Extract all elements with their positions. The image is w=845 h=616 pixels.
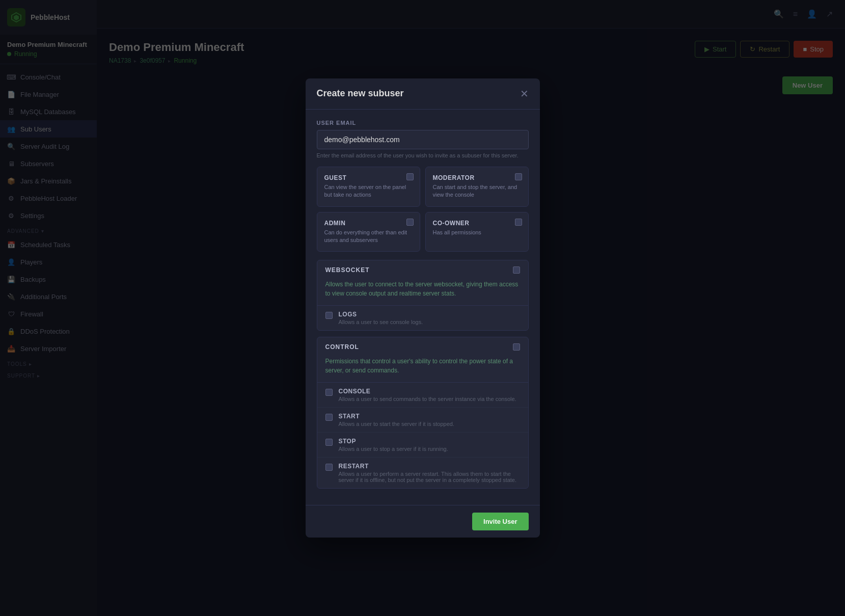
- role-desc-guest: Can view the server on the panel but tak…: [324, 183, 413, 199]
- role-checkbox-admin[interactable]: [406, 219, 414, 226]
- perm-item-stop: STOP Allows a user to stop a server if i…: [317, 432, 528, 457]
- role-name-admin: ADMIN: [324, 220, 413, 227]
- perm-item-console: CONSOLE Allows a user to send commands t…: [317, 383, 528, 407]
- perm-desc-start: Allows a user to start the server if it …: [339, 421, 520, 427]
- role-card-guest[interactable]: GUEST Can view the server on the panel b…: [317, 167, 420, 207]
- perm-info-start: START Allows a user to start the server …: [339, 413, 520, 427]
- perm-item-restart: RESTART Allows a user to perform a serve…: [317, 457, 528, 488]
- role-name-co-owner: CO-OWNER: [433, 220, 521, 227]
- control-section-header: CONTROL: [317, 337, 528, 357]
- role-checkbox-co-owner[interactable]: [515, 219, 522, 226]
- role-card-admin[interactable]: ADMIN Can do everything other than edit …: [317, 212, 420, 252]
- invite-user-button[interactable]: Invite User: [472, 513, 528, 530]
- websocket-section-checkbox[interactable]: [513, 266, 520, 274]
- perm-desc-stop: Allows a user to stop a server if it is …: [339, 446, 520, 452]
- modal-title: Create new subuser: [317, 88, 404, 99]
- perm-checkbox-console[interactable]: [325, 389, 333, 396]
- perm-checkbox-logs[interactable]: [325, 312, 333, 319]
- perm-info-restart: RESTART Allows a user to perform a serve…: [339, 463, 520, 483]
- create-subuser-modal: Create new subuser ✕ USER EMAIL Enter th…: [306, 78, 540, 538]
- role-desc-moderator: Can start and stop the server, and view …: [433, 183, 521, 199]
- websocket-section-name: WEBSOCKET: [325, 266, 370, 274]
- websocket-section: WEBSOCKET Allows the user to connect to …: [317, 260, 529, 331]
- role-checkbox-guest[interactable]: [406, 173, 414, 180]
- role-card-moderator[interactable]: MODERATOR Can start and stop the server,…: [425, 167, 529, 207]
- role-grid: GUEST Can view the server on the panel b…: [317, 167, 529, 252]
- control-section-checkbox[interactable]: [513, 343, 520, 351]
- perm-item-logs: LOGS Allows a user to see console logs.: [317, 306, 528, 330]
- perm-name-console: CONSOLE: [339, 388, 520, 395]
- websocket-section-header: WEBSOCKET: [317, 260, 528, 280]
- email-hint: Enter the email address of the user you …: [317, 152, 529, 158]
- perm-info-stop: STOP Allows a user to stop a server if i…: [339, 438, 520, 452]
- role-name-moderator: MODERATOR: [433, 174, 521, 181]
- perm-checkbox-stop[interactable]: [325, 439, 333, 446]
- modal-overlay[interactable]: Create new subuser ✕ USER EMAIL Enter th…: [0, 0, 845, 616]
- control-section-name: CONTROL: [325, 343, 359, 351]
- role-name-guest: GUEST: [324, 174, 413, 181]
- perm-checkbox-start[interactable]: [325, 414, 333, 421]
- perm-item-start: START Allows a user to start the server …: [317, 407, 528, 432]
- role-desc-admin: Can do everything other than edit users …: [324, 229, 413, 245]
- perm-desc-restart: Allows a user to perform a server restar…: [339, 471, 520, 483]
- perm-info-console: CONSOLE Allows a user to send commands t…: [339, 388, 520, 402]
- control-section-desc: Permissions that control a user's abilit…: [317, 357, 528, 383]
- modal-close-button[interactable]: ✕: [520, 88, 529, 100]
- role-desc-co-owner: Has all permissions: [433, 229, 521, 236]
- perm-name-stop: STOP: [339, 438, 520, 445]
- email-input[interactable]: [317, 130, 529, 149]
- perm-desc-console: Allows a user to send commands to the se…: [339, 396, 520, 402]
- perm-name-logs: LOGS: [339, 311, 520, 318]
- modal-header: Create new subuser ✕: [306, 78, 540, 110]
- perm-info-logs: LOGS Allows a user to see console logs.: [339, 311, 520, 325]
- perm-name-start: START: [339, 413, 520, 420]
- role-checkbox-moderator[interactable]: [515, 173, 522, 180]
- role-card-co-owner[interactable]: CO-OWNER Has all permissions: [425, 212, 529, 252]
- email-field-label: USER EMAIL: [317, 120, 529, 126]
- perm-desc-logs: Allows a user to see console logs.: [339, 319, 520, 325]
- websocket-section-desc: Allows the user to connect to the server…: [317, 280, 528, 306]
- modal-body: USER EMAIL Enter the email address of th…: [306, 110, 540, 505]
- perm-checkbox-restart[interactable]: [325, 464, 333, 471]
- perm-name-restart: RESTART: [339, 463, 520, 470]
- control-section: CONTROL Permissions that control a user'…: [317, 337, 529, 489]
- modal-footer: Invite User: [306, 505, 540, 538]
